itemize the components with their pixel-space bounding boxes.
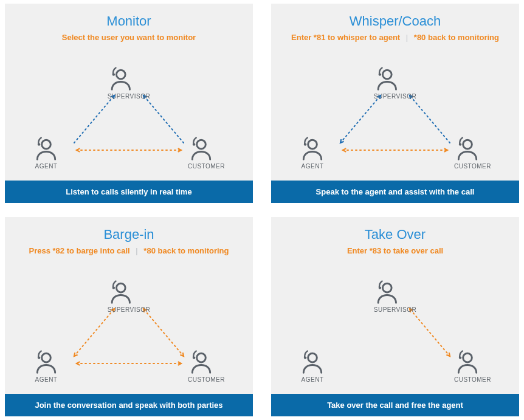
card-subtitle: Select the user you want to monitor: [11, 33, 247, 42]
role-supervisor: SUPERVISOR: [374, 278, 416, 313]
headset-person-icon: [299, 348, 326, 375]
svg-point-23: [42, 353, 51, 362]
diagram: SUPERVISOR AGENT CUSTOMER: [271, 65, 519, 181]
svg-point-25: [197, 353, 206, 362]
subtitle-sep: |: [402, 33, 412, 42]
role-label: CUSTOMER: [454, 163, 491, 170]
svg-point-3: [116, 70, 125, 79]
role-label: SUPERVISOR: [374, 93, 416, 100]
svg-point-8: [193, 143, 195, 145]
svg-line-27: [410, 309, 450, 356]
card-subtitle: Press *82 to barge into call | *80 back …: [11, 246, 247, 255]
role-label: AGENT: [299, 163, 326, 170]
svg-point-24: [38, 356, 40, 359]
role-label: SUPERVISOR: [374, 306, 416, 313]
card-title: Whisper/Coach: [277, 13, 513, 29]
role-supervisor: SUPERVISOR: [374, 65, 416, 100]
headset-person-icon: [108, 278, 134, 305]
headset-person-icon: [108, 65, 134, 92]
role-customer: CUSTOMER: [454, 135, 491, 170]
svg-point-5: [42, 140, 51, 149]
headset-person-icon: [299, 135, 326, 162]
card-title: Take Over: [277, 227, 513, 243]
role-label: AGENT: [33, 376, 60, 383]
headset-person-icon: [454, 348, 481, 375]
role-label: CUSTOMER: [188, 163, 225, 170]
card-body: Whisper/Coach Enter *81 to whisper to ag…: [271, 4, 519, 181]
svg-line-19: [143, 309, 184, 356]
svg-point-13: [379, 73, 381, 75]
svg-point-31: [304, 356, 306, 359]
headset-person-icon: [374, 278, 401, 305]
headset-person-icon: [33, 348, 60, 375]
role-agent: AGENT: [33, 135, 60, 170]
card-grid: Monitor Select the user you want to moni…: [0, 0, 524, 420]
role-label: CUSTOMER: [188, 376, 225, 383]
subtitle-part-a: Select the user you want to monitor: [62, 33, 196, 42]
diagram: SUPERVISOR AGENT CUSTOMER: [5, 65, 253, 181]
svg-point-32: [463, 353, 472, 362]
subtitle-part-a: Enter *81 to whisper to agent: [291, 33, 400, 42]
card-subtitle: Enter *83 to take over call: [277, 246, 513, 255]
headset-person-icon: [188, 348, 215, 375]
diagram: SUPERVISOR AGENT CUSTOMER: [5, 278, 253, 394]
svg-point-6: [38, 143, 40, 145]
card-body: Barge-in Press *82 to barge into call | …: [5, 217, 253, 394]
card-title: Monitor: [11, 13, 247, 29]
svg-point-17: [459, 143, 461, 145]
subtitle-part-b: *80 back to monitoring: [143, 246, 229, 255]
svg-point-28: [382, 283, 391, 292]
role-label: AGENT: [299, 376, 326, 383]
role-agent: AGENT: [299, 348, 326, 383]
headset-person-icon: [454, 135, 481, 162]
svg-line-0: [74, 95, 114, 143]
headset-person-icon: [33, 135, 60, 162]
svg-point-16: [463, 140, 472, 149]
card-footer: Join the conversation and speak with bot…: [5, 394, 253, 416]
card-footer: Listen to calls silently in real time: [5, 181, 253, 203]
role-supervisor: SUPERVISOR: [108, 65, 150, 100]
card-body: Monitor Select the user you want to moni…: [5, 4, 253, 181]
subtitle-part-a: Press *82 to barge into call: [29, 246, 130, 255]
svg-point-22: [112, 286, 115, 289]
svg-line-1: [143, 95, 184, 143]
role-label: SUPERVISOR: [108, 93, 150, 100]
svg-point-33: [459, 356, 461, 359]
svg-point-4: [112, 73, 115, 75]
role-customer: CUSTOMER: [188, 135, 225, 170]
subtitle-part-a: Enter *83 to take over call: [347, 246, 443, 255]
svg-point-15: [304, 143, 306, 145]
card-takeover: Take Over Enter *83 to take over call SU…: [271, 217, 519, 416]
card-body: Take Over Enter *83 to take over call SU…: [271, 217, 519, 394]
svg-point-12: [382, 70, 391, 79]
headset-person-icon: [188, 135, 215, 162]
role-supervisor: SUPERVISOR: [108, 278, 150, 313]
role-agent: AGENT: [33, 348, 60, 383]
card-barge: Barge-in Press *82 to barge into call | …: [5, 217, 253, 416]
role-label: SUPERVISOR: [108, 306, 150, 313]
card-subtitle: Enter *81 to whisper to agent | *80 back…: [277, 33, 513, 42]
role-agent: AGENT: [299, 135, 326, 170]
card-footer: Speak to the agent and assist with the c…: [271, 181, 519, 203]
svg-point-14: [308, 140, 317, 149]
subtitle-sep: |: [132, 246, 141, 255]
role-label: CUSTOMER: [454, 376, 491, 383]
role-customer: CUSTOMER: [454, 348, 491, 383]
svg-point-29: [379, 286, 381, 289]
subtitle-part-b: *80 back to monitoring: [414, 33, 499, 42]
svg-point-7: [197, 140, 206, 149]
diagram: SUPERVISOR AGENT CUSTOMER: [271, 278, 519, 394]
svg-line-18: [74, 309, 114, 356]
role-customer: CUSTOMER: [188, 348, 225, 383]
svg-line-10: [410, 95, 450, 143]
card-monitor: Monitor Select the user you want to moni…: [5, 4, 253, 203]
svg-point-26: [193, 356, 195, 359]
card-title: Barge-in: [11, 227, 247, 243]
svg-line-9: [340, 95, 381, 143]
card-whisper: Whisper/Coach Enter *81 to whisper to ag…: [271, 4, 519, 203]
svg-point-30: [308, 353, 317, 362]
headset-person-icon: [374, 65, 401, 92]
role-label: AGENT: [33, 163, 60, 170]
card-footer: Take over the call and free the agent: [271, 394, 519, 416]
svg-point-21: [116, 283, 125, 292]
